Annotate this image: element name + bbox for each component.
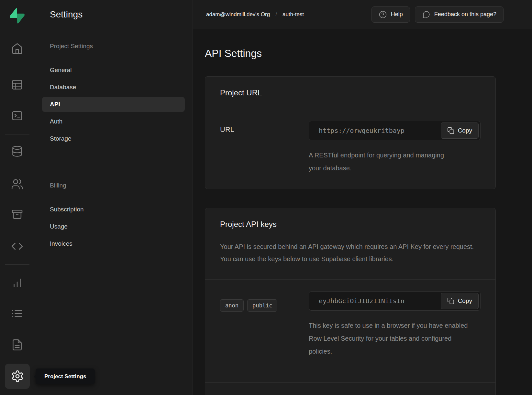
next-key-row-clipped (205, 382, 495, 395)
copy-key-button[interactable]: Copy (441, 293, 479, 309)
table-editor-icon[interactable] (10, 78, 25, 92)
supabase-logo[interactable] (9, 7, 26, 25)
auth-users-icon[interactable] (10, 177, 25, 191)
anon-key-description: This key is safe to use in a browser if … (309, 319, 472, 358)
icon-rail (0, 0, 34, 395)
api-keys-card-title: Project API keys (220, 220, 481, 229)
project-url-card-title: Project URL (205, 77, 495, 109)
docs-icon[interactable] (10, 338, 25, 352)
sidebar-item-database[interactable]: Database (42, 80, 185, 95)
copy-url-label: Copy (458, 127, 472, 134)
sidebar-item-invoices[interactable]: Invoices (42, 236, 185, 251)
anon-badge: anon (220, 299, 244, 312)
public-badge: public (247, 299, 277, 312)
rail-divider (5, 264, 29, 265)
section-label-billing: Billing (50, 182, 177, 189)
logs-icon[interactable] (10, 306, 25, 321)
code-icon[interactable] (10, 239, 25, 253)
section-label-project-settings: Project Settings (50, 43, 177, 50)
reports-icon[interactable] (10, 275, 25, 290)
settings-gear-button[interactable] (5, 364, 30, 389)
storage-icon[interactable] (10, 207, 25, 221)
settings-title: Settings (34, 0, 193, 29)
api-keys-description-line1: Your API is secured behind an API gatewa… (220, 240, 479, 253)
top-bar: adam@windmill.dev's Org / auth-test Help… (193, 0, 532, 29)
help-circle-icon (379, 10, 387, 19)
breadcrumb-project[interactable]: auth-test (283, 11, 304, 18)
speech-bubble-icon (422, 10, 430, 19)
breadcrumb-org[interactable]: adam@windmill.dev's Org (206, 11, 270, 18)
sidebar-item-usage[interactable]: Usage (42, 219, 185, 234)
settings-gear-icon (11, 370, 24, 383)
rail-divider (5, 134, 29, 134)
rail-divider (5, 67, 29, 67)
copy-icon (447, 127, 454, 134)
breadcrumb-separator: / (275, 11, 277, 18)
sidebar-item-general[interactable]: General (42, 63, 185, 78)
breadcrumb: adam@windmill.dev's Org / auth-test (206, 11, 304, 18)
api-keys-description-line2: You can use the keys below to use Supaba… (220, 253, 479, 265)
project-settings-tooltip: Project Settings (36, 368, 95, 384)
sidebar-item-storage[interactable]: Storage (42, 131, 185, 146)
tooltip-label: Project Settings (44, 373, 86, 380)
sidebar-item-api[interactable]: API (42, 97, 185, 112)
api-settings-page: API Settings Project URL URL https://orw… (193, 29, 532, 395)
copy-key-label: Copy (458, 297, 472, 304)
copy-url-button[interactable]: Copy (441, 123, 479, 139)
sidebar-divider (34, 165, 193, 165)
api-keys-card: Project API keys Your API is secured beh… (205, 208, 496, 395)
settings-sidebar: Settings Project Settings General Databa… (34, 0, 193, 395)
page-title: API Settings (205, 47, 532, 59)
help-button-label: Help (391, 11, 403, 18)
sidebar-item-subscription[interactable]: Subscription (42, 202, 185, 217)
database-icon[interactable] (10, 144, 25, 158)
project-url-description: A RESTful endpoint for querying and mana… (309, 149, 458, 175)
sidebar-item-auth[interactable]: Auth (42, 114, 185, 129)
supabase-logo-icon (10, 8, 25, 24)
project-url-card: Project URL URL https://orwqeukritbayp C… (205, 76, 496, 189)
feedback-button[interactable]: Feedback on this page? (415, 6, 504, 23)
key-badges: anon public (220, 296, 309, 312)
url-row-label: URL (220, 121, 309, 175)
home-icon[interactable] (10, 41, 25, 56)
help-button[interactable]: Help (371, 6, 410, 23)
sql-editor-icon[interactable] (10, 109, 25, 123)
feedback-button-label: Feedback on this page? (434, 11, 496, 18)
copy-icon (447, 297, 454, 304)
main-area: adam@windmill.dev's Org / auth-test Help… (193, 0, 532, 395)
